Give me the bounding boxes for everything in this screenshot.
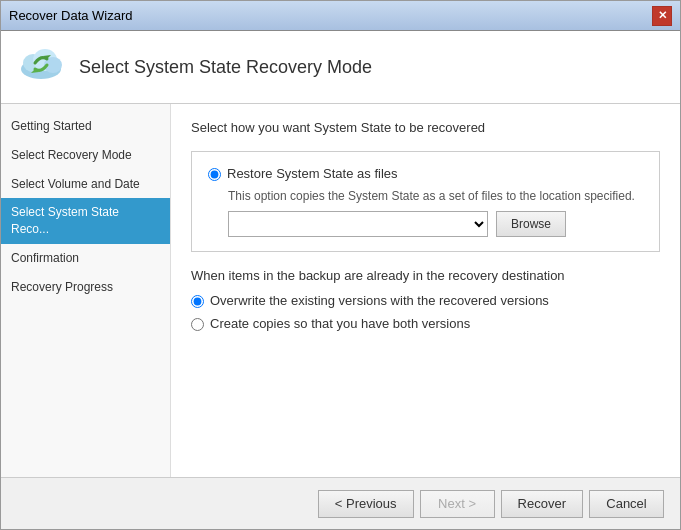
overwrite-radio[interactable] bbox=[191, 295, 204, 308]
create-copies-row: Create copies so that you have both vers… bbox=[191, 316, 660, 331]
content-area: Getting Started Select Recovery Mode Sel… bbox=[1, 104, 680, 477]
close-button[interactable]: ✕ bbox=[652, 6, 672, 26]
sidebar-item-volume-date[interactable]: Select Volume and Date bbox=[1, 170, 170, 199]
wizard-icon bbox=[17, 43, 65, 91]
restore-options-box: Restore System State as files This optio… bbox=[191, 151, 660, 252]
main-content-area: Select how you want System State to be r… bbox=[171, 104, 680, 477]
recover-button[interactable]: Recover bbox=[501, 490, 583, 518]
restore-as-files-row: Restore System State as files bbox=[208, 166, 643, 181]
sidebar-item-recovery-progress[interactable]: Recovery Progress bbox=[1, 273, 170, 302]
browse-button[interactable]: Browse bbox=[496, 211, 566, 237]
create-copies-label: Create copies so that you have both vers… bbox=[210, 316, 470, 331]
restore-as-files-label: Restore System State as files bbox=[227, 166, 398, 181]
overwrite-label: Overwrite the existing versions with the… bbox=[210, 293, 549, 308]
next-button[interactable]: Next > bbox=[420, 490, 495, 518]
browse-row: Browse bbox=[228, 211, 643, 237]
sidebar: Getting Started Select Recovery Mode Sel… bbox=[1, 104, 171, 477]
sidebar-item-recovery-mode[interactable]: Select Recovery Mode bbox=[1, 141, 170, 170]
sidebar-item-confirmation[interactable]: Confirmation bbox=[1, 244, 170, 273]
restore-as-files-radio[interactable] bbox=[208, 168, 221, 181]
window-title: Recover Data Wizard bbox=[9, 8, 133, 23]
sidebar-item-system-state[interactable]: Select System State Reco... bbox=[1, 198, 170, 244]
header-area: Select System State Recovery Mode bbox=[1, 31, 680, 104]
conflict-section: When items in the backup are already in … bbox=[191, 268, 660, 331]
overwrite-row: Overwrite the existing versions with the… bbox=[191, 293, 660, 308]
footer: < Previous Next > Recover Cancel bbox=[1, 477, 680, 529]
restore-as-files-desc: This option copies the System State as a… bbox=[228, 189, 643, 203]
previous-button[interactable]: < Previous bbox=[318, 490, 414, 518]
main-window: Recover Data Wizard ✕ Select System Stat… bbox=[0, 0, 681, 530]
conflict-label: When items in the backup are already in … bbox=[191, 268, 660, 283]
section-description: Select how you want System State to be r… bbox=[191, 120, 660, 135]
cancel-button[interactable]: Cancel bbox=[589, 490, 664, 518]
title-bar: Recover Data Wizard ✕ bbox=[1, 1, 680, 31]
page-title: Select System State Recovery Mode bbox=[79, 57, 372, 78]
sidebar-item-getting-started[interactable]: Getting Started bbox=[1, 112, 170, 141]
location-dropdown[interactable] bbox=[228, 211, 488, 237]
create-copies-radio[interactable] bbox=[191, 318, 204, 331]
